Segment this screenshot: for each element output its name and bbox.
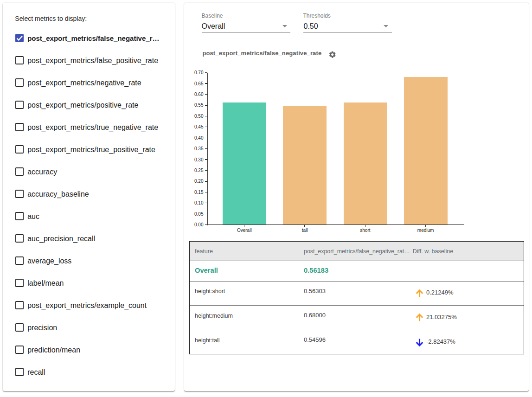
svg-text:0.50: 0.50 [194, 114, 204, 119]
svg-text:short: short [360, 228, 370, 233]
svg-text:0.65: 0.65 [194, 81, 204, 86]
svg-text:0.25: 0.25 [194, 168, 204, 173]
svg-text:0.15: 0.15 [194, 190, 204, 195]
svg-text:0.05: 0.05 [194, 211, 204, 217]
svg-text:tall: tall [302, 228, 308, 233]
svg-text:0.10: 0.10 [194, 200, 204, 205]
svg-text:0.70: 0.70 [194, 70, 204, 75]
svg-text:0.40: 0.40 [194, 135, 204, 141]
svg-text:0.20: 0.20 [194, 179, 204, 184]
svg-text:0.45: 0.45 [194, 124, 204, 129]
svg-text:Overall: Overall [237, 228, 252, 233]
svg-text:0.30: 0.30 [194, 157, 204, 162]
svg-text:0.55: 0.55 [194, 102, 204, 108]
svg-text:0.35: 0.35 [194, 146, 204, 151]
svg-text:medium: medium [417, 228, 434, 233]
svg-text:0.60: 0.60 [194, 92, 204, 97]
svg-text:0.00: 0.00 [194, 222, 204, 227]
